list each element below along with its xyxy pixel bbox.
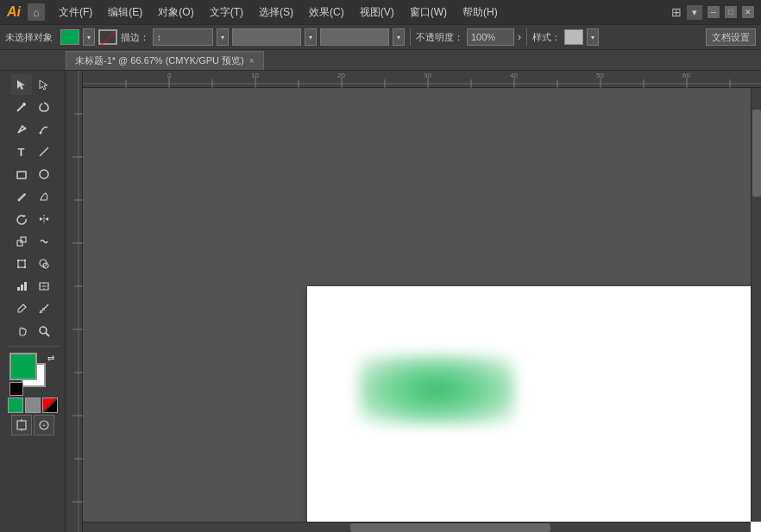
zoom-tool[interactable] [34,321,54,341]
menu-effect[interactable]: 效果(C) [302,3,351,22]
menu-window[interactable]: 窗口(W) [403,3,454,22]
svg-text:+: + [42,422,46,429]
toolbar-row-12 [11,321,54,341]
workspace-grid-icon[interactable]: ⊞ [671,5,682,19]
direct-select-tool[interactable] [34,74,54,95]
menu-help[interactable]: 帮助(H) [456,3,505,22]
width-dropdown-arrow: ▾ [309,34,312,41]
workspace-dropdown[interactable]: ▾ [687,5,702,20]
tab-close-button[interactable]: × [249,56,255,66]
document-tab[interactable]: 未标题-1* @ 66.67% (CMYK/GPU 预览) × [66,51,264,70]
style-label: 样式： [532,31,561,44]
toolbar-row-3 [11,119,54,140]
swap-colors-button[interactable]: ⇄ [46,353,56,363]
svg-rect-10 [18,260,25,267]
stroke-dropdown[interactable]: ▾ [217,28,229,46]
ellipse-tool[interactable] [34,164,54,185]
menu-text[interactable]: 文字(T) [203,3,250,22]
rectangle-tool[interactable] [11,164,32,185]
horizontal-scrollbar[interactable] [83,522,751,532]
width-dropdown[interactable]: ▾ [305,28,317,46]
document-canvas[interactable] [307,286,761,532]
text-tool[interactable]: T [11,141,32,162]
curvature-tool[interactable] [34,119,54,140]
doc-settings-button[interactable]: 文档设置 [706,28,756,46]
scrollbar-v-thumb[interactable] [752,110,761,197]
eyedropper-tool[interactable] [11,298,32,319]
hand-tool[interactable] [11,321,32,341]
color-indicator-2[interactable] [25,397,41,413]
menu-object[interactable]: 对象(O) [151,3,200,22]
height-dropdown-arrow: ▾ [397,34,400,41]
minimize-button[interactable]: ─ [708,6,720,18]
svg-line-4 [40,147,48,156]
opacity-value: 100% [471,32,495,42]
no-selection-label: 未选择对象 [5,31,57,44]
pencil-tool[interactable] [11,186,32,207]
vertical-scrollbar[interactable] [751,88,761,522]
toolbar-row-6 [11,186,54,207]
measure-tool[interactable] [34,298,54,319]
options-separator-2 [526,28,527,46]
app-logo: Ai [7,4,21,20]
svg-text:60: 60 [682,72,690,79]
close-button[interactable]: ✕ [742,6,754,18]
style-dropdown[interactable]: ▾ [587,28,599,46]
artboard-tool[interactable] [11,415,32,435]
toolbar-row-8 [11,231,54,252]
svg-rect-17 [17,287,20,291]
width-input[interactable] [232,28,301,46]
toolbar-row-1 [11,74,54,95]
fill-dropdown-arrow: ▾ [87,34,91,41]
options-bar: 未选择对象 ▾ 描边： ↕ ▾ ▾ ▾ 不透明度： 100% › 样式： ▾ 文… [0,24,761,50]
reset-colors-button[interactable] [9,382,23,396]
tab-title: 未标题-1* @ 66.67% (CMYK/GPU 预览) [75,54,244,67]
canvas-object-blob[interactable] [359,355,514,424]
opacity-expand-icon[interactable]: › [518,31,521,43]
fill-color-swatch[interactable] [60,29,79,45]
svg-rect-5 [17,172,26,178]
svg-text:30: 30 [424,72,431,79]
magic-wand-tool[interactable] [11,97,32,117]
shaper-tool[interactable] [34,186,54,207]
fill-dropdown[interactable]: ▾ [83,28,95,46]
toolbar: T [0,71,66,532]
svg-text:40: 40 [510,72,518,79]
shape-builder-tool[interactable] [34,253,54,274]
menu-file[interactable]: 文件(F) [52,3,99,22]
scale-tool[interactable] [11,231,32,252]
chart-tool[interactable] [11,276,32,297]
warp-tool[interactable] [34,231,54,252]
lasso-tool[interactable] [34,97,54,117]
foreground-color-box[interactable] [9,353,37,380]
scrollbar-h-thumb[interactable] [350,523,550,532]
free-transform-tool[interactable] [11,253,32,274]
stroke-diagonal [100,31,116,47]
horizontal-ruler: 0 10 20 30 40 50 [83,71,761,88]
style-swatch[interactable] [564,29,583,45]
menu-select[interactable]: 选择(S) [252,3,300,22]
maximize-button[interactable]: □ [725,6,737,18]
menu-view[interactable]: 视图(V) [353,3,401,22]
opacity-input[interactable]: 100% [467,28,514,46]
color-indicator-3[interactable] [42,397,58,413]
line-tool[interactable] [34,141,54,162]
rotate-tool[interactable] [11,209,32,229]
main-area: T [0,71,761,532]
slice-tool[interactable] [34,276,54,297]
color-indicator-1[interactable] [8,397,23,413]
pen-tool[interactable] [11,119,32,140]
reflect-tool[interactable] [34,209,54,229]
menu-edit[interactable]: 编辑(E) [101,3,149,22]
color-indicators [8,397,58,413]
canvas-area[interactable]: 0 10 20 30 40 50 [66,71,761,532]
select-tool[interactable] [11,74,32,95]
height-input[interactable] [320,28,389,46]
height-dropdown[interactable]: ▾ [393,28,405,46]
toolbar-row-10 [11,276,54,297]
menu-bar: 文件(F) 编辑(E) 对象(O) 文字(T) 选择(S) 效果(C) 视图(V… [52,3,505,22]
symbol-tool[interactable]: + [34,415,54,435]
home-button[interactable]: ⌂ [28,3,45,21]
svg-rect-14 [24,266,26,268]
stroke-size-input[interactable]: ↕ [153,28,213,46]
